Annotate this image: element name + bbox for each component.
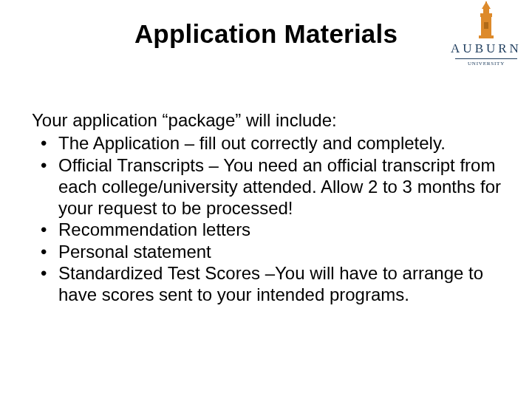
list-item: Personal statement: [32, 241, 505, 262]
tower-icon: [451, 1, 522, 40]
svg-rect-1: [479, 35, 494, 38]
intro-text: Your application “package” will include:: [32, 109, 505, 131]
list-item-text: Official Transcripts – You need an offic…: [58, 155, 501, 219]
logo-subword: UNIVERSITY: [455, 58, 517, 66]
svg-rect-6: [484, 22, 488, 29]
logo-wordmark: AUBURN: [451, 41, 522, 56]
slide-body: Your application “package” will include:…: [32, 109, 505, 305]
slide: Application Materials AUBURN UNIVERSITY: [0, 0, 532, 399]
list-item: Official Transcripts – You need an offic…: [32, 154, 505, 219]
list-item-text: Standardized Test Scores –You will have …: [58, 263, 483, 304]
list-item-text: The Application – fill out correctly and…: [58, 133, 446, 153]
list-item: The Application – fill out correctly and…: [32, 132, 505, 154]
list-item: Standardized Test Scores –You will have …: [32, 262, 505, 306]
list-item-text: Recommendation letters: [58, 219, 250, 239]
university-logo: AUBURN UNIVERSITY: [451, 1, 522, 66]
bullet-list: The Application – fill out correctly and…: [32, 132, 505, 305]
list-item-text: Personal statement: [58, 242, 211, 262]
svg-rect-2: [480, 13, 492, 17]
list-item: Recommendation letters: [32, 219, 505, 240]
svg-rect-3: [483, 9, 489, 13]
svg-rect-5: [485, 1, 487, 4]
